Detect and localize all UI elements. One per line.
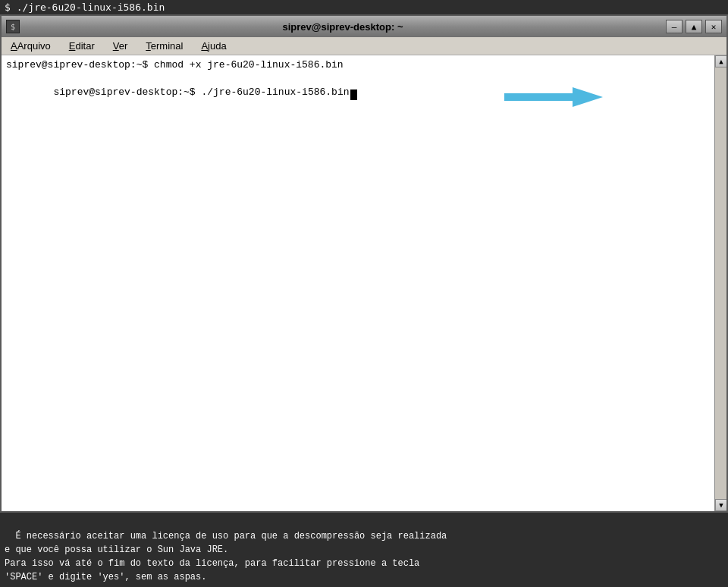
- terminal-title: siprev@siprev-desktop: ~: [20, 21, 666, 33]
- outer-title-bar: $ ./jre-6u20-linux-i586.bin: [0, 0, 728, 14]
- titlebar-buttons: — ▲ ✕: [666, 20, 722, 33]
- terminal-scrollbar: ▲ ▼: [714, 55, 726, 511]
- bottom-description: É necessário aceitar uma licença de uso …: [0, 513, 728, 587]
- arrow-annotation: [504, 87, 603, 107]
- scrollbar-down-button[interactable]: ▼: [715, 499, 726, 511]
- terminal-line-2: siprev@siprev-desktop:~$ ./jre-6u20-linu…: [6, 72, 710, 141]
- terminal-content[interactable]: siprev@siprev-desktop:~$ chmod +x jre-6u…: [2, 55, 714, 511]
- terminal-titlebar: $ siprev@siprev-desktop: ~ — ▲ ✕: [2, 16, 726, 37]
- scrollbar-up-button[interactable]: ▲: [715, 55, 726, 67]
- menu-bar: AArquivo Editar Ver Terminal Ajuda: [2, 37, 726, 55]
- minimize-button[interactable]: —: [666, 20, 682, 33]
- terminal-window-icon: $: [6, 20, 20, 33]
- terminal-cursor: [350, 89, 357, 100]
- menu-arquivo[interactable]: AArquivo: [5, 39, 57, 53]
- menu-editar[interactable]: Editar: [63, 39, 101, 53]
- svg-marker-0: [504, 87, 603, 107]
- menu-ver[interactable]: Ver: [107, 39, 134, 53]
- menu-ajuda[interactable]: Ajuda: [195, 39, 232, 53]
- terminal-window: $ siprev@siprev-desktop: ~ — ▲ ✕ AArquiv…: [0, 14, 728, 513]
- scrollbar-track[interactable]: [715, 67, 726, 499]
- menu-terminal[interactable]: Terminal: [140, 39, 189, 53]
- terminal-body: siprev@siprev-desktop:~$ chmod +x jre-6u…: [2, 55, 726, 511]
- maximize-button[interactable]: ▲: [686, 20, 702, 33]
- terminal-line-1: siprev@siprev-desktop:~$ chmod +x jre-6u…: [6, 58, 710, 72]
- close-button[interactable]: ✕: [705, 20, 722, 33]
